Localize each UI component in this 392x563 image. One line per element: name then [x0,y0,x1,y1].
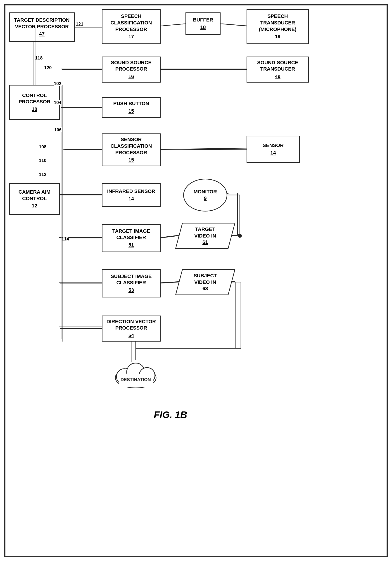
box-num: 14 [270,150,276,156]
box-control-processor: CONTROLPROCESSOR 10 [9,85,60,120]
svg-line-55 [161,282,179,283]
svg-line-17 [161,235,179,238]
box-label: TARGET DESCRIPTION VECTOR PROCESSOR [10,17,74,30]
svg-line-49 [161,149,247,150]
svg-text:DESTINATION: DESTINATION [121,377,151,382]
box-push-button: PUSH BUTTON 15 [102,97,161,118]
box-num: 15 [128,157,134,163]
box-sensor-classification: SENSORCLASSIFICATIONPROCESSOR 15 [102,133,161,166]
box-num: 54 [128,332,134,339]
box-target-image-classifier: TARGET IMAGECLASSIFIER 51 [102,224,161,252]
svg-line-41 [221,24,247,26]
monitor-label: MONITOR [194,189,217,195]
line-label-106: 106 [54,127,62,132]
destination-cloud-svg: DESTINATION [111,355,161,391]
box-label: PUSH BUTTON [113,101,149,107]
box-label: SOUND-SOURCETRANSDUCER [257,60,298,72]
box-num: 51 [128,242,134,248]
box-num: 49 [275,73,280,80]
box-sound-transducer: SOUND-SOURCETRANSDUCER 49 [247,57,309,83]
box-camera-aim-control: CAMERA AIMCONTROL 12 [9,183,60,215]
line-label-104: 104 [54,100,61,105]
target-video-in: TARGETVIDEO IN 61 [175,223,236,249]
svg-line-25 [161,327,235,348]
box-label: SOUND SOURCEPROCESSOR [111,60,152,72]
box-num: 10 [32,106,37,113]
box-label: SPEECHTRANSDUCER(MICROPHONE) [259,13,296,33]
box-label: DIRECTION VECTORPROCESSOR [107,319,156,331]
target-video-num: 61 [194,239,216,246]
target-video-label: TARGETVIDEO IN [194,226,216,239]
box-num: 18 [200,24,206,31]
box-speech-classification: SPEECHCLASSIFICATIONPROCESSOR 17 [102,9,161,44]
box-label: SUBJECT IMAGECLASSIFIER [111,273,152,286]
svg-line-54 [161,236,179,238]
box-buffer: BUFFER 18 [186,13,221,35]
svg-line-18 [161,282,179,283]
svg-line-3 [222,24,249,26]
subject-video-in: SUBJECTVIDEO IN 63 [175,269,236,295]
figure-label: FIG. 1B [154,409,187,420]
monitor-oval: MONITOR 9 [183,179,227,211]
monitor-num: 9 [194,195,217,202]
box-direction-vector: DIRECTION VECTORPROCESSOR 54 [102,316,161,342]
box-label: SENSORCLASSIFICATIONPROCESSOR [111,136,152,156]
line-label-118: 118 [35,55,42,61]
line-label-112: 112 [39,172,46,177]
box-num: 15 [128,108,134,115]
box-label: TARGET IMAGECLASSIFIER [112,228,150,241]
box-label: INFRARED SENSOR [107,188,155,195]
svg-line-12 [161,148,249,149]
box-sound-source: SOUND SOURCEPROCESSOR 16 [102,57,161,83]
line-label-114: 114 [62,236,69,242]
box-num: 17 [128,34,134,40]
line-label-110: 110 [39,158,46,163]
svg-point-59 [238,234,242,238]
box-infrared-sensor: INFRARED SENSOR 14 [102,183,161,207]
box-speech-transducer: SPEECHTRANSDUCER(MICROPHONE) 19 [247,9,309,44]
box-num: 53 [128,287,134,294]
destination-cloud: DESTINATION [111,355,161,391]
box-label: SPEECHCLASSIFICATIONPROCESSOR [111,13,152,33]
box-target-description: TARGET DESCRIPTION VECTOR PROCESSOR 47 [9,13,75,42]
box-sensor: SENSOR 14 [247,136,300,163]
box-label: CONTROLPROCESSOR [19,92,51,105]
box-label: SENSOR [263,142,284,149]
box-num: 19 [275,34,280,40]
svg-line-40 [161,24,186,26]
subject-video-num: 63 [194,285,217,292]
line-label-121: 121 [76,22,83,27]
box-num: 14 [128,196,134,202]
box-num: 47 [39,31,45,37]
box-num: 16 [128,73,134,80]
box-label: CAMERA AIMCONTROL [19,189,51,202]
box-label: BUFFER [193,17,213,23]
box-num: 12 [32,203,37,209]
box-subject-image-classifier: SUBJECT IMAGECLASSIFIER 53 [102,269,161,297]
subject-video-label: SUBJECTVIDEO IN [194,273,217,285]
diagram-container: TARGET DESCRIPTION VECTOR PROCESSOR 47 S… [0,0,392,563]
line-label-108: 108 [39,144,46,150]
svg-line-2 [161,24,186,26]
line-label-102: 102 [54,81,61,86]
line-label-120: 120 [44,65,51,70]
